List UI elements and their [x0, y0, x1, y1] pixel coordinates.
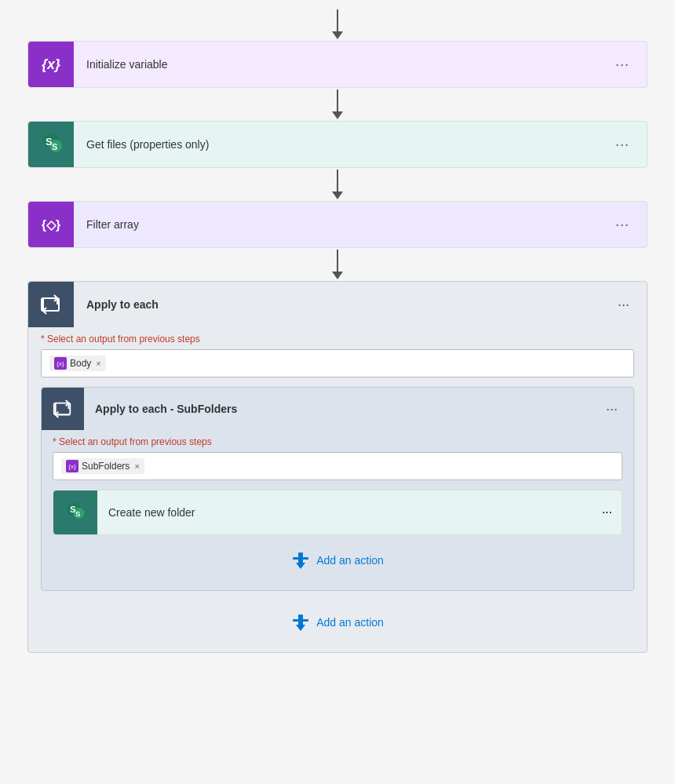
top-arrow	[332, 9, 343, 39]
svg-rect-17	[298, 552, 303, 563]
inner-apply-each-more-button[interactable]: ···	[600, 398, 624, 421]
apply-each-icon-box	[28, 282, 74, 327]
inner-add-action-icon	[291, 551, 310, 570]
arrow-2	[332, 170, 343, 199]
filter-icon: {◇}	[42, 217, 60, 232]
init-variable-label: Initialize variable	[74, 58, 609, 71]
subfolders-chip-icon: {x}	[66, 460, 78, 472]
get-files-card[interactable]: S S Get files (properties only) ···	[27, 121, 648, 168]
svg-marker-21	[296, 625, 305, 631]
inner-output-label: * Select an output from previous steps	[53, 436, 622, 447]
subfolders-chip-close[interactable]: ×	[134, 461, 139, 471]
filter-icon-box: {◇}	[28, 202, 74, 247]
apply-each-outer-container: Apply to each ··· * Select an output fro…	[27, 281, 648, 653]
svg-text:S: S	[52, 142, 57, 151]
initialize-variable-card[interactable]: {x} Initialize variable ···	[27, 41, 648, 88]
arrow-3	[332, 250, 343, 279]
flow-canvas: {x} Initialize variable ··· S S Get file…	[0, 0, 675, 684]
outer-add-action-label: Add an action	[316, 616, 384, 629]
apply-each-output-label: * Select an output from previous steps	[41, 334, 634, 345]
body-chip-icon: {x}	[54, 357, 67, 370]
subfolders-chip-label: SubFolders	[82, 461, 130, 472]
filter-array-more-button[interactable]: ···	[609, 213, 636, 236]
body-chip-close[interactable]: ×	[96, 359, 100, 368]
outer-add-action-icon	[291, 613, 310, 632]
sharepoint-icon: S S	[37, 130, 65, 159]
inner-add-action-label: Add an action	[316, 554, 384, 567]
sharepoint-folder-icon: S S	[63, 500, 88, 525]
outer-add-action-svg-icon	[292, 614, 309, 631]
apply-each-inner-container: Apply to each - SubFolders ··· * Select …	[41, 387, 634, 591]
loop-icon	[40, 294, 62, 315]
inner-loop-icon-box	[42, 388, 84, 430]
arrow-1	[332, 89, 343, 119]
apply-each-output-section: * Select an output from previous steps {…	[41, 334, 634, 377]
inner-output-input[interactable]: {x} SubFolders ×	[53, 452, 622, 480]
body-chip[interactable]: {x} Body ×	[49, 356, 106, 371]
apply-each-output-input[interactable]: {x} Body ×	[41, 349, 634, 377]
inner-apply-each-label: Apply to each - SubFolders	[84, 403, 600, 415]
create-folder-icon-box: S S	[53, 490, 97, 534]
subfolders-chip[interactable]: {x} SubFolders ×	[61, 458, 144, 474]
init-variable-more-button[interactable]: ···	[609, 53, 636, 76]
filter-array-card[interactable]: {◇} Filter array ···	[27, 201, 648, 248]
inner-add-action-button[interactable]: Add an action	[42, 543, 633, 578]
get-files-label: Get files (properties only)	[74, 138, 609, 151]
add-action-svg-icon	[292, 552, 309, 569]
get-files-icon-box: S S	[28, 122, 74, 167]
inner-loop-icon	[53, 399, 73, 419]
filter-array-label: Filter array	[74, 218, 609, 231]
create-folder-card[interactable]: S S Create new folder ···	[53, 490, 622, 535]
apply-each-header[interactable]: Apply to each ···	[28, 282, 647, 327]
create-folder-label: Create new folder	[97, 506, 602, 519]
inner-apply-each-header[interactable]: Apply to each - SubFolders ···	[42, 388, 633, 430]
init-variable-icon-box: {x}	[28, 42, 74, 87]
get-files-more-button[interactable]: ···	[609, 133, 636, 156]
create-folder-more-button[interactable]: ···	[602, 505, 612, 520]
body-chip-label: Body	[70, 358, 91, 369]
variable-icon: {x}	[42, 57, 60, 73]
apply-each-label: Apply to each	[74, 298, 611, 311]
svg-text:S: S	[75, 509, 81, 518]
inner-output-section: * Select an output from previous steps {…	[53, 436, 622, 480]
svg-rect-20	[298, 614, 303, 625]
apply-each-more-button[interactable]: ···	[611, 294, 636, 316]
svg-marker-18	[296, 563, 305, 569]
outer-add-action-button[interactable]: Add an action	[28, 605, 647, 640]
